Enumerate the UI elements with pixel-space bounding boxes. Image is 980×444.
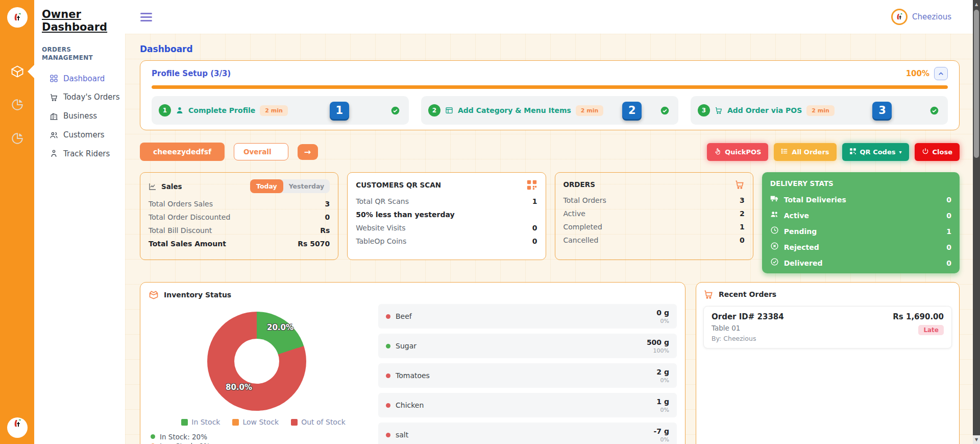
progress-track — [152, 85, 948, 89]
order-card[interactable]: Order ID# 23384 Table 01 By: Cheezious R… — [703, 306, 952, 348]
page-title: Dashboard — [140, 44, 960, 54]
inventory-items-list: Beef 0 g0% Sugar 500 g100% Tomatoes 2 g0… — [378, 304, 677, 444]
users-icon — [50, 131, 58, 139]
all-orders-button[interactable]: All Orders — [774, 143, 836, 161]
list-icon — [781, 148, 788, 156]
order-table: Table 01 — [712, 324, 784, 332]
sidebar-item-todays-orders[interactable]: Today's Orders — [42, 88, 120, 107]
progress-fill — [152, 85, 948, 89]
sidebar-item-track-riders[interactable]: Track Riders — [42, 145, 120, 163]
setup-step-complete-profile[interactable]: 1 Complete Profile 2 min 1 — [152, 96, 409, 125]
delivery-stats-card: DELIVERY STATS Total Deliveries0 Active0… — [762, 172, 960, 273]
legend-in-stock[interactable]: In Stock — [181, 418, 220, 426]
truck-icon — [770, 194, 779, 205]
clock-icon — [770, 226, 779, 237]
business-name-button[interactable]: cheeezydedfsf — [140, 143, 225, 161]
brand-logo — [891, 9, 908, 25]
stats-row: Sales Today Yesterday Total Orders Sales… — [140, 172, 960, 273]
scroll-up-icon[interactable]: ▲ — [973, 0, 980, 9]
pie-chart-icon[interactable] — [0, 98, 34, 111]
stock-dot — [386, 433, 390, 437]
caret-down-icon: ▾ — [899, 149, 901, 155]
setup-step-add-order-pos[interactable]: 3 Add Order via POS 2 min 3 — [691, 96, 948, 125]
inventory-item[interactable]: salt -7 g0% — [378, 423, 677, 444]
check-circle-icon — [391, 106, 400, 115]
stat-row: Total QR Scans1 — [356, 197, 537, 205]
stat-row: Total Bill DiscountRs — [149, 226, 330, 235]
stat-row: TableOp Coins0 — [356, 237, 537, 245]
stock-dot — [386, 373, 390, 378]
scrollbar-thumb[interactable] — [974, 10, 979, 158]
legend-low-stock[interactable]: Low Stock — [232, 418, 279, 426]
setup-step-add-category[interactable]: 2 Add Category & Menu Items 2 min 2 — [421, 96, 678, 125]
sidebar-item-label: Track Riders — [63, 149, 110, 159]
go-arrow-button[interactable]: → — [298, 144, 318, 160]
icon-rail — [0, 0, 34, 444]
menu-table-icon — [445, 106, 453, 114]
menu-toggle-icon[interactable] — [140, 13, 152, 21]
step-shortcut-key: 2 — [622, 102, 642, 119]
sidebar-item-dashboard[interactable]: Dashboard — [42, 69, 120, 88]
building-icon — [50, 112, 58, 121]
toggle-today[interactable]: Today — [250, 179, 283, 193]
qr-trend-note: 50% less than yesterday — [356, 211, 537, 219]
inventory-item[interactable]: Beef 0 g0% — [378, 304, 677, 329]
sidebar-title: Owner Dashboard — [42, 8, 103, 34]
stock-dot — [386, 403, 390, 408]
delivery-row: Active0 — [770, 210, 951, 221]
cart-icon — [734, 179, 745, 190]
sidebar-item-label: Customers — [63, 130, 105, 140]
step-duration-badge: 2 min — [260, 105, 288, 116]
step-shortcut-key: 3 — [872, 102, 892, 119]
summary-row: Low Stock: 0% — [151, 441, 378, 444]
stock-dot — [386, 344, 390, 348]
sidebar-nav: Dashboard Today's Orders Business Custom… — [42, 69, 120, 163]
stat-row-total: Total Sales AmountRs 5070 — [149, 240, 330, 248]
sidebar: Owner Dashboard ORDERS MANAGEMENT Dashbo… — [34, 0, 125, 444]
quickpos-label: QuickPOS — [725, 148, 761, 156]
sidebar-item-customers[interactable]: Customers — [42, 126, 120, 145]
cart-icon — [703, 289, 714, 299]
inventory-title: Inventory Status — [164, 291, 231, 299]
page-scrollbar[interactable]: ▲ ▼ — [973, 0, 980, 444]
step-shortcut-key: 1 — [330, 102, 349, 119]
power-icon — [922, 148, 929, 156]
active-section-pointer — [28, 65, 34, 78]
recent-orders-card: Recent Orders Order ID# 23384 Table 01 B… — [696, 282, 960, 444]
sidebar-item-label: Business — [63, 111, 97, 121]
overall-filter-select[interactable]: Overall — [234, 143, 288, 160]
inventory-item[interactable]: Tomatoes 2 g0% — [378, 363, 677, 388]
legend-out-of-stock[interactable]: Out of Stock — [291, 418, 346, 426]
qr-codes-button[interactable]: QR Codes ▾ — [842, 143, 909, 161]
pie-chart-2-icon[interactable] — [0, 132, 34, 145]
step-number-badge: 1 — [159, 104, 171, 116]
toggle-yesterday[interactable]: Yesterday — [283, 179, 330, 193]
delivery-stats-title: DELIVERY STATS — [770, 179, 951, 188]
close-button[interactable]: Close — [915, 143, 960, 161]
brand[interactable]: Cheezious — [891, 9, 951, 25]
chart-legend: In Stock Low Stock Out of Stock — [149, 418, 378, 426]
scroll-down-icon[interactable]: ▼ — [973, 435, 980, 444]
sidebar-item-label: Today's Orders — [63, 92, 120, 102]
chart-line-icon — [149, 182, 157, 191]
inventory-status-card: Inventory Status 20.0% 80.0% In Stock Lo… — [140, 282, 685, 444]
x-circle-icon — [770, 242, 779, 252]
grid-icon — [50, 74, 58, 83]
delivery-row: Delivered0 — [770, 258, 951, 268]
app-logo[interactable] — [7, 7, 28, 28]
collapse-button[interactable] — [934, 67, 948, 80]
sidebar-item-label: Dashboard — [63, 74, 105, 84]
sales-title: Sales — [161, 182, 182, 191]
brand-glyph-icon — [894, 12, 904, 22]
inventory-item[interactable]: Chicken 1 g0% — [378, 393, 677, 417]
qr-scan-title: CUSTOMERS QR SCAN — [356, 181, 441, 189]
sales-period-toggle: Today Yesterday — [250, 179, 330, 193]
quickpos-button[interactable]: QuickPOS — [707, 143, 768, 161]
inventory-item[interactable]: Sugar 500 g100% — [378, 334, 677, 358]
stat-row: Total Order Discounted0 — [149, 213, 330, 221]
step-label: Complete Profile — [188, 106, 255, 114]
app-logo-bottom[interactable] — [7, 417, 28, 438]
sidebar-item-business[interactable]: Business — [42, 107, 120, 126]
step-label: Add Category & Menu Items — [458, 106, 571, 114]
stat-row: Total Orders3 — [564, 196, 745, 204]
